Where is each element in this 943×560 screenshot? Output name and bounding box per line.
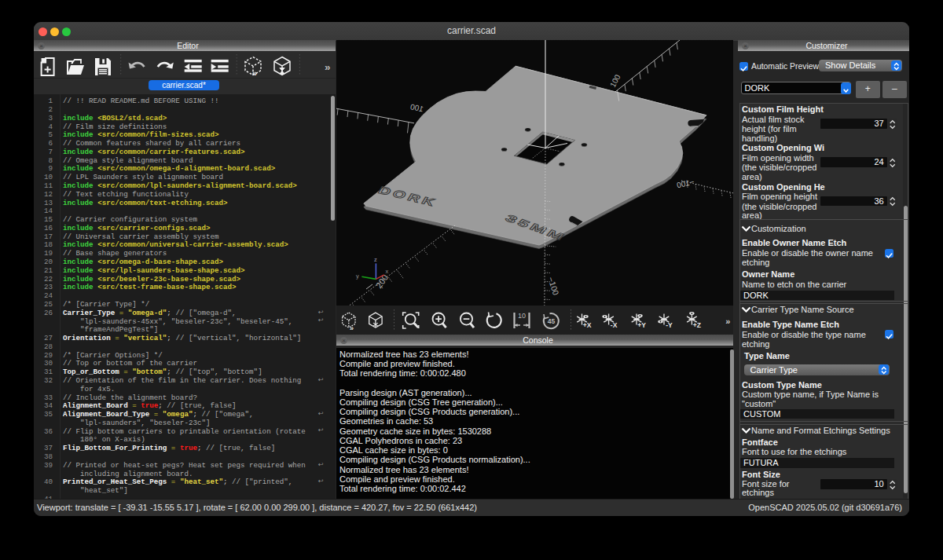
svg-text:10: 10 — [518, 312, 526, 320]
svg-text:−100: −100 — [546, 276, 561, 296]
svg-text:-Y: -Y — [666, 321, 673, 329]
svg-text:100: 100 — [608, 73, 622, 89]
svg-text:»: » — [325, 61, 331, 73]
svg-text:100: 100 — [409, 102, 424, 113]
svg-text:x: x — [386, 268, 389, 275]
svg-text:+X: +X — [583, 321, 592, 329]
svg-text:-X: -X — [611, 321, 618, 329]
svg-text:−100: −100 — [676, 178, 695, 190]
svg-text:y: y — [356, 273, 359, 280]
svg-text:+Y: +Y — [637, 321, 646, 329]
svg-text:»: » — [725, 317, 730, 326]
svg-text:z: z — [374, 256, 377, 263]
svg-text:»: » — [252, 68, 257, 78]
svg-text:45: 45 — [548, 317, 556, 325]
svg-text:»: » — [350, 324, 354, 332]
svg-text:+Z: +Z — [693, 321, 701, 329]
